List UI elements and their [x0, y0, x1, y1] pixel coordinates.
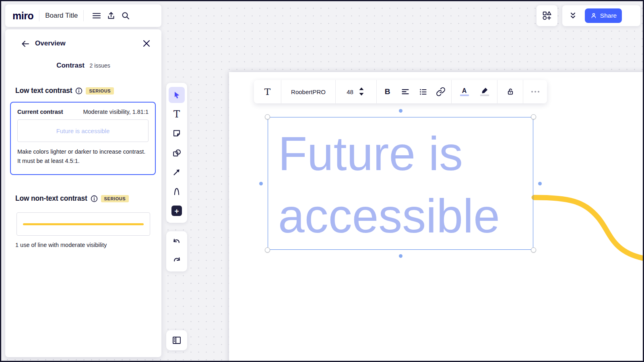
align-icon	[400, 87, 410, 97]
bullet-list-icon	[418, 87, 428, 97]
severity-badge: SERIOUS	[101, 195, 129, 202]
more-options-icon	[531, 91, 539, 93]
board-title[interactable]: Board Title	[45, 12, 78, 20]
close-panel-button[interactable]	[142, 39, 152, 49]
bold-icon: B	[385, 87, 390, 96]
export-icon	[106, 11, 116, 21]
bullet-list-button[interactable]	[416, 85, 430, 99]
issues-count: 2 issues	[90, 62, 110, 69]
low-text-contrast-header: Low text contrast SERIOUS	[15, 86, 114, 95]
sticky-note-icon	[172, 129, 182, 138]
share-button[interactable]: Share	[585, 8, 622, 23]
preview-text: Future is accessible	[56, 128, 110, 134]
panel-title: Overview	[35, 39, 66, 47]
text-format-toolbar: T RoobertPRO 48 B	[254, 80, 547, 103]
sticky-note-tool[interactable]	[169, 125, 185, 142]
close-icon	[142, 39, 151, 48]
text-style-icon: T	[264, 86, 270, 97]
line-contrast-preview[interactable]	[17, 212, 150, 236]
edge-handle-bottom[interactable]	[399, 254, 402, 258]
resize-handle-bottom-left[interactable]	[265, 247, 270, 253]
font-family-select[interactable]: RoobertPRO	[291, 88, 326, 95]
edge-handle-left[interactable]	[259, 182, 263, 185]
font-size-stepper[interactable]	[357, 86, 365, 97]
resize-handle-bottom-right[interactable]	[531, 247, 536, 253]
pen-tool[interactable]	[169, 183, 185, 200]
creation-toolbar: T +	[166, 83, 187, 223]
app-header: miro Board Title	[5, 4, 161, 27]
double-chevron-down-icon	[568, 11, 578, 21]
lock-button[interactable]	[504, 85, 517, 99]
arrow-tool[interactable]	[169, 164, 185, 180]
font-color-icon: A	[462, 87, 467, 94]
undo-button[interactable]	[169, 235, 184, 249]
hamburger-icon	[92, 11, 101, 21]
line-contrast-caption: 1 use of line with moderate visibility	[15, 242, 107, 248]
link-button[interactable]	[434, 85, 448, 99]
plus-icon: +	[171, 206, 182, 216]
miro-logo[interactable]: miro	[12, 10, 33, 22]
divider	[39, 10, 39, 21]
align-button[interactable]	[398, 85, 412, 99]
text-contrast-preview: Future is accessible	[17, 119, 149, 142]
pen-icon	[172, 187, 182, 196]
severity-badge: SERIOUS	[86, 87, 114, 95]
apps-add-icon	[542, 10, 552, 21]
select-tool[interactable]	[169, 87, 185, 103]
low-nontext-contrast-heading: Low non-text contrast	[15, 194, 87, 203]
info-icon[interactable]	[75, 87, 83, 95]
resize-handle-top-right[interactable]	[531, 114, 536, 119]
accessibility-panel: Overview Contrast 2 issues Low text cont…	[5, 29, 161, 357]
share-label: Share	[600, 12, 617, 19]
undo-redo-toolbar	[166, 231, 187, 272]
text-tool[interactable]: T	[169, 106, 185, 122]
highlighter-icon	[480, 87, 489, 94]
edge-handle-right[interactable]	[538, 182, 542, 185]
highlight-swatch	[480, 95, 489, 96]
bold-button[interactable]: B	[381, 85, 394, 99]
person-icon	[590, 12, 597, 19]
redo-icon	[172, 256, 182, 265]
share-toolbar: Share	[562, 5, 640, 26]
unlock-icon	[506, 87, 515, 97]
undo-icon	[172, 237, 182, 247]
frames-icon	[171, 335, 182, 345]
frames-panel-button[interactable]	[166, 330, 187, 350]
visibility-value: Moderate visibility, 1.81:1	[83, 109, 149, 115]
cursor-icon	[172, 90, 181, 99]
more-options-button[interactable]	[528, 85, 542, 99]
back-arrow-icon	[21, 39, 30, 49]
text-style-button[interactable]: T	[261, 85, 275, 99]
current-contrast-card[interactable]: Current contrast Moderate visibility, 1.…	[10, 102, 156, 175]
highlight-button[interactable]	[478, 85, 491, 99]
contrast-heading: Contrast	[56, 62, 85, 69]
divider	[83, 10, 84, 21]
search-button[interactable]	[118, 8, 133, 23]
contrast-description: Make colors lighter or darker to increas…	[17, 147, 149, 166]
arrow-icon	[172, 167, 182, 177]
font-color-button[interactable]: A	[458, 85, 471, 99]
back-button[interactable]	[21, 39, 30, 49]
collapse-button[interactable]	[566, 8, 580, 23]
selection-box[interactable]	[268, 117, 533, 250]
current-contrast-label: Current contrast	[17, 109, 63, 115]
redo-button[interactable]	[169, 253, 184, 268]
resize-handle-top-left[interactable]	[265, 114, 270, 119]
info-icon[interactable]	[91, 195, 98, 202]
low-nontext-contrast-header: Low non-text contrast SERIOUS	[15, 194, 129, 203]
main-menu-button[interactable]	[89, 8, 104, 23]
export-button[interactable]	[104, 8, 118, 23]
miro-board-app: Future is accessible T RoobertPRO 48	[0, 0, 644, 362]
add-more-tools[interactable]: +	[169, 203, 185, 219]
search-icon	[121, 11, 130, 21]
contrast-summary: Contrast 2 issues	[5, 62, 161, 70]
link-icon	[436, 87, 446, 97]
shapes-tool[interactable]	[169, 145, 185, 161]
font-color-swatch	[460, 95, 469, 96]
low-text-contrast-heading: Low text contrast	[15, 86, 72, 95]
text-tool-icon: T	[173, 109, 180, 119]
apps-widgets-button[interactable]	[537, 5, 557, 26]
font-size-value[interactable]: 48	[347, 88, 353, 95]
edge-handle-top[interactable]	[399, 109, 402, 113]
shapes-icon	[172, 148, 182, 158]
